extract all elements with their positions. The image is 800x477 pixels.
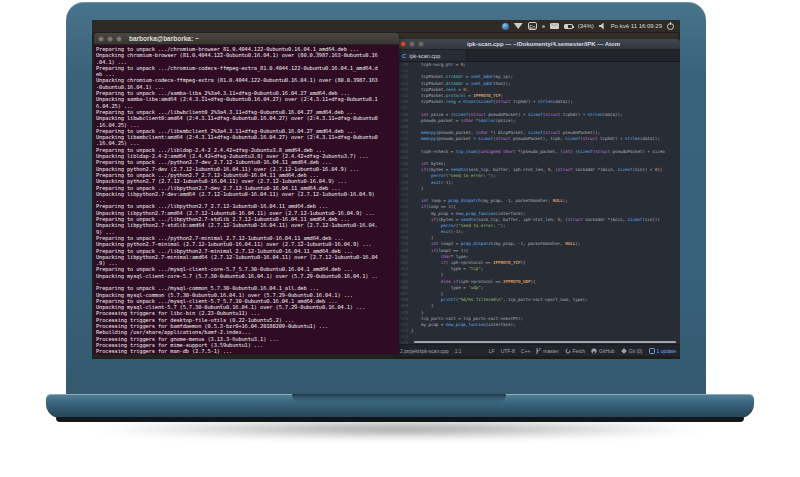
- code-line: 544 tcph->check = tcp_csum((unsigned sho…: [396, 149, 680, 155]
- code-editor[interactable]: 530 tcph->urg_ptr = 0;531532 tcpPacket.s…: [396, 62, 680, 344]
- atom-tab-bar: C ipk-scan.cpp: [396, 50, 680, 62]
- minimize-button[interactable]: [409, 41, 415, 47]
- terminal-window-title: barborka@barborka: ~: [129, 35, 199, 42]
- close-button[interactable]: [400, 41, 406, 47]
- keyboard-layout-indicator[interactable]: En: [528, 22, 537, 30]
- status-line-ending[interactable]: LF: [489, 348, 495, 354]
- close-button[interactable]: [98, 36, 104, 42]
- status-grammar[interactable]: C++: [521, 348, 530, 354]
- minimize-button[interactable]: [107, 36, 113, 42]
- status-git-branch[interactable]: master: [536, 348, 558, 354]
- status-file-path[interactable]: 2.projekt/ipk-scan.cpp: [400, 348, 449, 354]
- atom-status-bar: 2.projekt/ipk-scan.cpp 1:1 LF UTF-8 C++ …: [396, 344, 680, 356]
- maximize-button[interactable]: [418, 41, 424, 47]
- top-panel: En (34%) Po kvě 11 16:09:29: [92, 20, 680, 33]
- code-line: 542 memcpy(pseudo_packet + sizeof(struct…: [396, 136, 680, 142]
- terminal-titlebar[interactable]: barborka@barborka: ~: [94, 33, 399, 45]
- sync-icon: [565, 348, 571, 354]
- horizontal-scrollbar[interactable]: [414, 341, 676, 343]
- maximize-button[interactable]: [116, 36, 122, 42]
- terminal-output[interactable]: Preparing to unpack .../chromium-browser…: [94, 45, 399, 354]
- status-git[interactable]: Git (0): [621, 348, 643, 354]
- power-icon[interactable]: [667, 23, 674, 30]
- laptop-base-notch: [292, 394, 506, 403]
- clock[interactable]: Po kvě 11 16:09:29: [611, 23, 662, 29]
- atom-titlebar[interactable]: ipk-scan.cpp — ~/Dokumenty/4.semester/IP…: [396, 39, 680, 50]
- status-fetch[interactable]: Fetch: [565, 348, 586, 354]
- messaging-icon[interactable]: [542, 25, 545, 28]
- status-github[interactable]: GitHub: [591, 348, 615, 354]
- tab-label: ipk-scan.cpp: [409, 53, 440, 59]
- code-rows: 530 tcph->urg_ptr = 0;531532 tcpPacket.s…: [396, 62, 680, 344]
- git-icon: [621, 348, 627, 354]
- battery-icon[interactable]: [564, 24, 573, 29]
- terminal-window: barborka@barborka: ~ Preparing to unpack…: [94, 33, 399, 354]
- wifi-icon[interactable]: [514, 23, 523, 29]
- status-encoding[interactable]: UTF-8: [501, 348, 515, 354]
- package-update-icon: [649, 348, 655, 354]
- status-cursor-position[interactable]: 1:1: [455, 348, 462, 354]
- branch-icon: [536, 348, 541, 354]
- laptop-shadow: [84, 420, 716, 438]
- atom-window-title: ipk-scan.cpp — ~/Dokumenty/4.semester/IP…: [467, 41, 620, 47]
- tab-ipk-scan-cpp[interactable]: C ipk-scan.cpp: [396, 50, 467, 61]
- github-icon: [591, 348, 597, 354]
- mail-icon[interactable]: [550, 23, 559, 29]
- atom-window: ipk-scan.cpp — ~/Dokumenty/4.semester/IP…: [396, 39, 680, 356]
- c-file-icon: C: [402, 53, 406, 59]
- battery-percent: (34%): [578, 23, 594, 29]
- volume-icon[interactable]: [599, 23, 606, 30]
- status-updates[interactable]: 1 update: [649, 348, 676, 354]
- app-indicator-icon[interactable]: [502, 23, 509, 30]
- desktop: En (34%) Po kvě 11 16:09:29 ipk-scan.cpp…: [92, 20, 680, 359]
